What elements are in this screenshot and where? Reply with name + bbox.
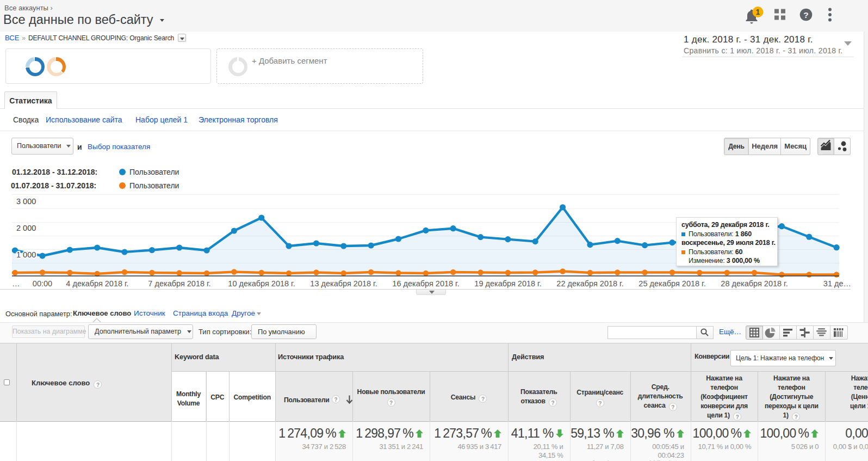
svg-text:2 000: 2 000: [16, 224, 36, 232]
svg-text:1 000: 1 000: [16, 250, 36, 259]
svg-text:4 декабря 2018 г.: 4 декабря 2018 г.: [66, 279, 128, 288]
svg-text:16 декабря 2018 г.: 16 декабря 2018 г.: [392, 279, 459, 288]
svg-text:25 декабря 2018 г.: 25 декабря 2018 г.: [638, 279, 705, 288]
svg-text:7 декабря 2018 г.: 7 декабря 2018 г.: [148, 279, 210, 288]
svg-text:19 декабря 2018 г.: 19 декабря 2018 г.: [474, 279, 541, 288]
svg-text:10 декабря 2018 г.: 10 декабря 2018 г.: [228, 279, 295, 288]
svg-text:22 декабря 2018 г.: 22 декабря 2018 г.: [556, 279, 623, 288]
svg-text:…: …: [12, 279, 20, 288]
svg-text:00:00: 00:00: [33, 279, 52, 288]
svg-text:28 декабря 2018 г.: 28 декабря 2018 г.: [721, 279, 788, 288]
svg-text:31 де…: 31 де…: [823, 279, 851, 288]
svg-text:?: ?: [803, 10, 808, 20]
svg-text:3 000: 3 000: [16, 197, 36, 206]
svg-text:1: 1: [756, 8, 760, 16]
svg-text:13 декабря 2018 г.: 13 декабря 2018 г.: [310, 279, 377, 288]
